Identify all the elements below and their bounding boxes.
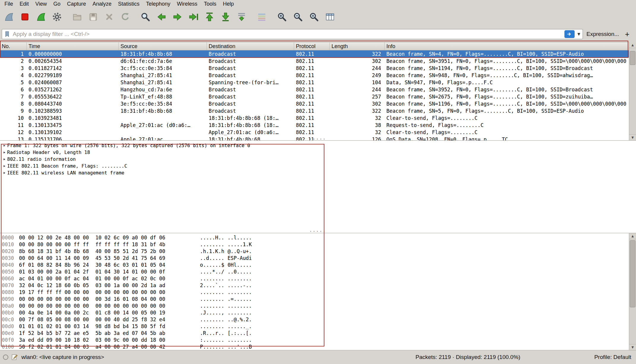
hex-row[interactable]: 009000 00 00 00 00 00 00 0000 3d 16 01 0…	[0, 296, 636, 303]
hex-row[interactable]: 00a000 00 00 00 00 00 00 0000 00 00 00 0…	[0, 303, 636, 309]
zoom-reset-button[interactable]	[307, 10, 321, 24]
menu-file[interactable]: File	[1, 0, 16, 8]
reload-file-button[interactable]	[118, 10, 132, 24]
column-header-time[interactable]: Time	[27, 42, 119, 50]
capture-comment-button[interactable]	[11, 354, 18, 361]
filter-bookmark-icon[interactable]	[4, 31, 10, 37]
expert-info-button[interactable]	[3, 355, 8, 360]
open-file-button[interactable]	[70, 10, 84, 24]
stop-capture-button[interactable]	[18, 10, 32, 24]
hex-row[interactable]: 007032 04 0c 12 18 60 0b 0503 00 1a 00 0…	[0, 282, 636, 289]
zoom-in-button[interactable]	[275, 10, 289, 24]
column-header-dest[interactable]: Destination	[207, 42, 294, 50]
scroll-down-arrow-icon[interactable]: ▼	[629, 344, 636, 350]
packet-cell-time: 0.024060087	[27, 79, 119, 86]
go-forward-button[interactable]	[170, 10, 185, 24]
packet-row[interactable]: 70.055536422Tp-LinkT_ef:48:88Broadcast80…	[0, 93, 629, 100]
display-filter-input[interactable]	[13, 31, 562, 37]
packet-row[interactable]: 40.022799189Shanghai_27:85:41Broadcast80…	[0, 72, 629, 79]
colorize-button[interactable]	[255, 10, 269, 24]
detail-line[interactable]: ▸Frame 1: 322 bytes on wire (2576 bits),…	[0, 142, 636, 149]
menu-help[interactable]: Help	[220, 0, 237, 8]
hex-row[interactable]: 00d001 01 01 02 01 00 03 1498 d8 bd b4 1…	[0, 323, 636, 330]
go-to-packet-button[interactable]	[186, 10, 201, 24]
close-file-button[interactable]	[102, 10, 116, 24]
profile-button[interactable]: Profile: Default	[594, 354, 631, 360]
packet-row[interactable]: 110.130133475Apple_27:01:ac (d0:a6:…18:3…	[0, 122, 629, 129]
expander-icon[interactable]: ▸	[2, 163, 7, 169]
expression-button[interactable]: Expression...	[586, 31, 619, 37]
display-filter-field[interactable]: ▼	[2, 29, 583, 39]
hex-row[interactable]: 008019 17 ff ff ff 00 00 0000 00 00 00 0…	[0, 289, 636, 296]
resize-columns-button[interactable]	[323, 10, 337, 24]
packet-row[interactable]: 10.00000000018:31:bf:4b:8b:68Broadcast80…	[0, 50, 629, 58]
detail-hex-splitter-handle[interactable]: ·····	[310, 230, 326, 233]
scroll-up-arrow-icon[interactable]: ▲	[629, 233, 636, 239]
packet-list-scrollbar[interactable]: ▲ ▼	[629, 42, 636, 140]
menu-analyze[interactable]: Analyze	[89, 0, 115, 8]
packet-row[interactable]: 80.0804437403e:f5:cc:0e:35:84Broadcast80…	[0, 100, 629, 107]
hex-row[interactable]: 001000 00 80 00 00 00 ff ffff ff ff ff 1…	[0, 241, 636, 248]
restart-capture-button[interactable]	[34, 10, 48, 24]
expander-icon[interactable]: ▸	[2, 142, 7, 149]
detail-line[interactable]: ▸Radiotap Header v0, Length 18	[0, 149, 636, 156]
capture-options-button[interactable]	[50, 10, 64, 24]
hex-row[interactable]: 005001 03 00 00 2a 01 04 2f01 04 30 14 0…	[0, 268, 636, 275]
hex-row[interactable]: 010050 f2 02 01 01 84 00 03a4 00 00 27 a…	[0, 344, 636, 350]
menu-view[interactable]: View	[32, 0, 50, 8]
packet-row[interactable]: 100.10392348118:31:bf:4b:8b:68 (18:…802.…	[0, 115, 629, 122]
menu-capture[interactable]: Capture	[64, 0, 89, 8]
packet-row[interactable]: 50.024060087Shanghai_27:85:41Spanning-tr…	[0, 79, 629, 86]
scroll-up-arrow-icon[interactable]: ▲	[629, 42, 636, 48]
find-packet-button[interactable]	[138, 10, 153, 24]
expander-icon[interactable]: ▸	[2, 149, 7, 156]
hex-row[interactable]: 003000 00 64 00 11 14 00 0945 53 50 2d 4…	[0, 255, 636, 262]
packet-row[interactable]: 30.0118271423c:f5:cc:0e:35:84Broadcast80…	[0, 65, 629, 72]
hex-offset: 00b0	[0, 309, 15, 316]
packet-cell-proto: 802.11	[294, 79, 330, 86]
column-header-source[interactable]: Source	[119, 42, 207, 50]
expander-icon[interactable]: ▸	[2, 156, 7, 163]
packet-cell-len: 244	[330, 86, 385, 93]
go-back-button[interactable]	[154, 10, 169, 24]
hex-row[interactable]: 000000 00 12 00 2e 48 00 0010 02 6c 09 a…	[0, 234, 636, 241]
menu-edit[interactable]: Edit	[16, 0, 32, 8]
list-detail-splitter-handle[interactable]: ·····	[310, 138, 326, 141]
menu-statistics[interactable]: Statistics	[115, 0, 143, 8]
hex-row[interactable]: 00c000 7f 08 05 00 08 00 0000 00 40 dd 2…	[0, 316, 636, 323]
detail-line[interactable]: ▸IEEE 802.11 wireless LAN management fra…	[0, 169, 636, 176]
auto-scroll-button[interactable]	[234, 10, 249, 24]
hex-scrollbar[interactable]: ▲ ▼	[629, 233, 636, 350]
detail-line[interactable]: ▸802.11 radio information	[0, 156, 636, 163]
menu-telephony[interactable]: Telephony	[143, 0, 174, 8]
start-capture-button[interactable]	[2, 10, 16, 24]
column-header-info[interactable]: Info	[385, 42, 636, 50]
packet-list-scrollbar-thumb[interactable]	[630, 51, 635, 65]
hex-row[interactable]: 00406f 01 08 82 84 8b 96 2430 48 6c 03 0…	[0, 262, 636, 268]
go-to-bottom-button[interactable]	[218, 10, 233, 24]
column-header-proto[interactable]: Protocol	[294, 42, 330, 50]
hex-row[interactable]: 00e01f 52 b4 b5 b7 72 ae e55b ab 3a ed 0…	[0, 330, 636, 337]
hex-scrollbar-thumb[interactable]	[630, 240, 635, 307]
hex-row[interactable]: 00208b 68 18 31 bf 4b 8b 6840 00 85 51 2…	[0, 248, 636, 255]
menu-tools[interactable]: Tools	[201, 0, 220, 8]
save-file-button[interactable]	[86, 10, 100, 24]
packet-row[interactable]: 60.035271262Hangzhou_cd:7a:6eBroadcast80…	[0, 86, 629, 93]
add-filter-button[interactable]: +	[623, 30, 632, 39]
filter-history-dropdown-icon[interactable]: ▼	[577, 32, 581, 36]
expander-icon[interactable]: ▸	[2, 169, 7, 176]
menu-wireless[interactable]: Wireless	[174, 0, 201, 8]
menu-go[interactable]: Go	[50, 0, 64, 8]
apply-filter-button[interactable]	[564, 30, 575, 38]
scroll-down-arrow-icon[interactable]: ▼	[629, 134, 636, 140]
hex-row[interactable]: 00b000 4a 0e 14 00 0a 00 2c01 c8 00 14 0…	[0, 309, 636, 316]
packet-row[interactable]: 90.10238859318:31:bf:4b:8b:68Broadcast80…	[0, 107, 629, 115]
go-to-top-button[interactable]	[202, 10, 217, 24]
detail-line[interactable]: ▸IEEE 802.11 Beacon frame, Flags: ......…	[0, 163, 636, 169]
column-header-len[interactable]: Length	[330, 42, 385, 50]
hex-row[interactable]: 00f03a ed dd 09 00 10 18 0203 00 9c 00 0…	[0, 337, 636, 344]
hex-row[interactable]: 0060ac 04 01 00 00 0f ac 0401 00 00 0f a…	[0, 275, 636, 282]
column-header-no[interactable]: No.	[0, 42, 27, 50]
zoom-out-button[interactable]	[291, 10, 305, 24]
packet-row[interactable]: 20.002654354d6:61:fe:cd:7a:6eBroadcast80…	[0, 58, 629, 65]
